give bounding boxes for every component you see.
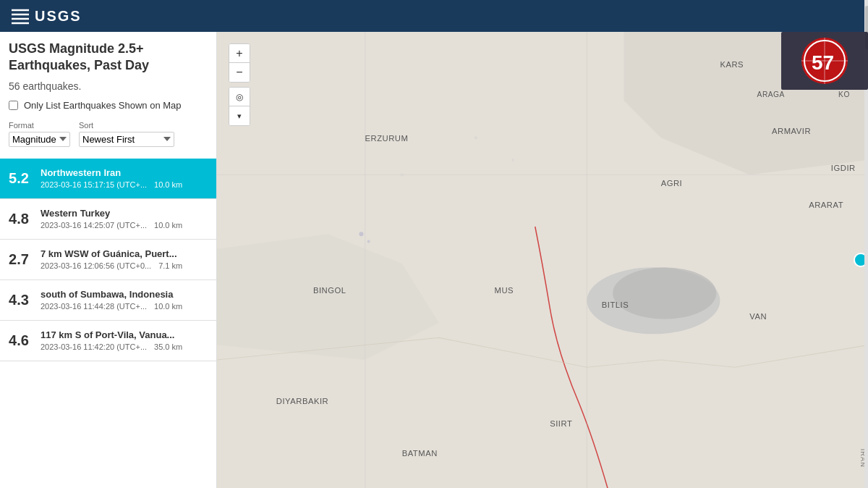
usgs-logo: USGS [9,4,82,28]
earthquake-list-item[interactable]: 4.8 Western Turkey 2023-03-16 14:25:07 (… [0,199,216,240]
svg-text:SIIRT: SIIRT [550,419,572,428]
sidebar: USGS Magnitude 2.5+ Earthquakes, Past Da… [0,32,217,488]
overlay-logo-svg: 57 [781,32,868,90]
earthquake-time: 2023-03-16 12:06:56 (UTC+0... [41,261,151,270]
svg-text:ARMAVIR: ARMAVIR [772,127,811,135]
earthquake-time: 2023-03-16 15:17:15 (UTC+... [41,180,147,189]
earthquake-list-item[interactable]: 4.6 117 km S of Port-Vila, Vanua... 2023… [0,321,216,361]
earthquake-location: Northwestern Iran [41,167,210,178]
zoom-out-button[interactable]: − [229,63,250,82]
filter-checkbox-row: Only List Earthquakes Shown on Map [9,99,208,112]
svg-text:IGDIR: IGDIR [831,164,856,172]
earthquake-info: Northwestern Iran 2023-03-16 15:17:15 (U… [38,159,216,198]
earthquake-list-item[interactable]: 5.2 Northwestern Iran 2023-03-16 15:17:1… [0,159,216,199]
earthquake-location: Western Turkey [41,208,210,219]
earthquake-depth: 10.0 km [154,302,182,311]
zoom-controls: + − [229,43,250,83]
svg-text:VAN: VAN [749,312,767,321]
map-option-button[interactable]: ▾ [229,106,250,125]
earthquake-meta: 2023-03-16 15:17:15 (UTC+... 10.0 km [41,180,210,189]
format-filter-group: Format Magnitude Depth Time [9,121,70,147]
svg-text:MUS: MUS [495,286,514,295]
earthquake-info: 117 km S of Port-Vila, Vanua... 2023-03-… [38,321,216,361]
earthquake-location: 117 km S of Port-Vila, Vanua... [41,329,210,340]
svg-text:BITLIS: BITLIS [602,300,629,309]
format-select[interactable]: Magnitude Depth Time [9,132,70,147]
map-controls: + − ◎ ▾ [229,43,250,129]
earthquake-location: south of Sumbawa, Indonesia [41,289,210,300]
svg-point-10 [401,173,404,176]
earthquake-info: 7 km WSW of Guánica, Puert... 2023-03-16… [38,240,216,279]
main-layout: USGS Magnitude 2.5+ Earthquakes, Past Da… [0,32,868,488]
earthquake-meta: 2023-03-16 12:06:56 (UTC+0... 7.1 km [41,261,210,270]
earthquake-depth: 35.0 km [154,342,182,351]
svg-text:DIYARBAKIR: DIYARBAKIR [276,397,328,405]
earthquake-meta: 2023-03-16 14:25:07 (UTC+... 10.0 km [41,221,210,230]
svg-text:ARAGA: ARAGA [757,91,785,98]
svg-text:KO: KO [838,91,850,98]
svg-text:KARS: KARS [720,60,744,69]
earthquake-magnitude: 4.3 [0,280,38,320]
location-controls: ◎ ▾ [229,87,250,126]
map-filter-checkbox[interactable] [9,101,18,110]
earthquake-depth: 10.0 km [154,180,182,189]
earthquake-meta: 2023-03-16 11:42:20 (UTC+... 35.0 km [41,342,210,351]
svg-text:AGRI: AGRI [661,179,683,188]
top-right-logo-overlay: 57 [781,32,868,90]
svg-text:57: 57 [812,51,834,74]
earthquake-location: 7 km WSW of Guánica, Puert... [41,248,210,259]
earthquake-info: south of Sumbawa, Indonesia 2023-03-16 1… [38,280,216,320]
map-container[interactable]: ERZURUM KARS ARAGA KO ARMAVIR IGDIR ARAR… [217,32,868,488]
page-title: USGS Magnitude 2.5+ Earthquakes, Past Da… [9,41,208,75]
earthquake-meta: 2023-03-16 11:44:28 (UTC+... 10.0 km [41,302,210,311]
filter-row: Format Magnitude Depth Time Sort Newest … [9,121,208,153]
earthquake-magnitude: 5.2 [0,159,38,198]
earthquake-count: 56 earthquakes. [9,80,208,92]
earthquake-magnitude: 2.7 [0,240,38,279]
geolocate-button[interactable]: ◎ [229,88,250,106]
earthquake-depth: 7.1 km [158,261,182,270]
logo-text: USGS [35,8,82,25]
sort-filter-group: Sort Newest First Oldest First Largest M… [79,121,174,147]
earthquake-magnitude: 4.6 [0,321,38,361]
sort-select[interactable]: Newest First Oldest First Largest Magnit… [79,132,174,147]
earthquake-magnitude: 4.8 [0,199,38,239]
svg-point-7 [613,267,716,319]
svg-text:BATMAN: BATMAN [402,449,438,458]
map-svg: ERZURUM KARS ARAGA KO ARMAVIR IGDIR ARAR… [217,32,868,488]
svg-point-9 [512,159,514,161]
sort-label: Sort [79,121,174,130]
earthquake-list: 5.2 Northwestern Iran 2023-03-16 15:17:1… [0,159,216,488]
svg-text:ARARAT: ARARAT [809,201,843,209]
usgs-logo-icon [9,4,32,28]
svg-text:ERZURUM: ERZURUM [365,134,409,143]
svg-point-28 [359,232,363,236]
earthquake-depth: 10.0 km [154,221,182,230]
app-header: USGS [0,0,868,32]
svg-text:BINGOL: BINGOL [313,286,346,295]
svg-point-8 [475,136,477,139]
map-filter-label[interactable]: Only List Earthquakes Shown on Map [24,99,182,112]
earthquake-list-item[interactable]: 2.7 7 km WSW of Guánica, Puert... 2023-0… [0,240,216,280]
earthquake-list-item[interactable]: 4.3 south of Sumbawa, Indonesia 2023-03-… [0,280,216,321]
svg-point-29 [367,240,370,243]
format-label: Format [9,121,70,130]
earthquake-info: Western Turkey 2023-03-16 14:25:07 (UTC+… [38,199,216,239]
zoom-in-button[interactable]: + [229,44,250,63]
earthquake-time: 2023-03-16 14:25:07 (UTC+... [41,221,147,230]
earthquake-time: 2023-03-16 11:44:28 (UTC+... [41,302,147,311]
earthquake-time: 2023-03-16 11:42:20 (UTC+... [41,342,147,351]
sidebar-header: USGS Magnitude 2.5+ Earthquakes, Past Da… [0,32,216,159]
